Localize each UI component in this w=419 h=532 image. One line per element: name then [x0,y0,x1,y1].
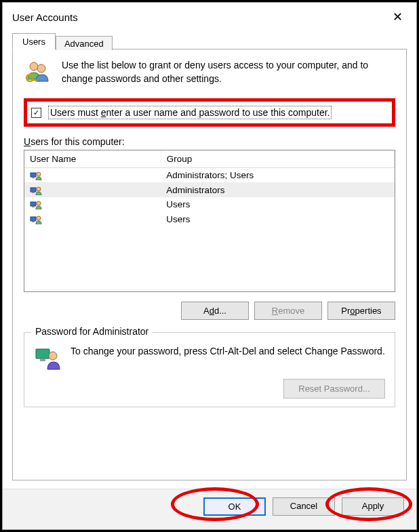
must-enter-password-checkbox[interactable]: ✓ [31,108,41,118]
user-accounts-window: User Accounts ✕ Users Advanced Use the l… [2,2,417,530]
svg-rect-13 [31,217,36,221]
svg-point-15 [37,216,41,220]
cell-group: Administrators; Users [161,168,394,183]
must-enter-password-row: ✓ Users must enter a user name and passw… [24,98,395,127]
intro-section: Use the list below to grant or deny user… [24,59,395,86]
password-help-text: To change your password, press Ctrl-Alt-… [71,345,385,372]
password-row: To change your password, press Ctrl-Alt-… [34,345,385,372]
users-table-wrap: User Name Group Administrators; Users Ad… [24,150,395,292]
svg-rect-8 [32,192,35,193]
add-button[interactable]: Add... [181,302,249,320]
cell-group: Administrators [161,182,394,197]
table-row[interactable]: Users [24,197,395,211]
svg-rect-17 [40,359,45,361]
tab-users[interactable]: Users [12,33,56,49]
svg-point-0 [30,62,38,70]
column-username[interactable]: User Name [24,150,161,168]
users-list-label: Users for this computer: [24,136,395,147]
svg-rect-3 [32,79,37,81]
intro-text: Use the list below to grant or deny user… [62,59,395,86]
user-row-icon [30,200,42,209]
svg-rect-10 [31,202,36,206]
cell-username [24,168,161,183]
svg-rect-7 [31,188,36,192]
cell-username [24,182,161,197]
titlebar: User Accounts ✕ [3,3,416,30]
reset-password-button: Reset Password... [283,379,385,398]
svg-rect-11 [32,206,35,207]
close-icon[interactable]: ✕ [388,9,407,24]
user-row-icon [30,171,42,180]
tab-advanced[interactable]: Advanced [56,36,113,50]
window-title: User Accounts [12,12,78,23]
password-groupbox: Password for Administrator To change you… [24,332,395,407]
table-row[interactable]: Administrators [24,182,395,197]
column-group[interactable]: Group [161,150,394,168]
table-row[interactable]: Administrators; Users [24,168,395,183]
apply-button[interactable]: Apply [342,497,404,516]
svg-point-18 [49,352,57,360]
svg-point-1 [37,64,45,73]
cell-group: Users [161,197,394,211]
table-row[interactable]: Users [24,211,395,226]
user-row-icon [30,186,42,195]
svg-point-6 [37,172,41,176]
svg-rect-16 [36,349,49,359]
ok-button[interactable]: OK [203,497,266,516]
svg-point-9 [37,187,41,191]
remove-button[interactable]: Remove [254,302,322,320]
dialog-footer: OK Cancel Apply [3,489,416,529]
password-group-title: Password for Administrator [31,326,153,337]
user-row-icon [30,215,42,224]
tab-content-users: Use the list below to grant or deny user… [12,49,407,480]
cell-username [24,197,161,211]
user-buttons-row: Add... Remove Properties [24,302,395,320]
users-table[interactable]: User Name Group Administrators; Users Ad… [24,150,395,226]
svg-rect-5 [32,177,35,178]
cell-group: Users [161,211,394,226]
tabs: Users Advanced [3,30,416,49]
users-keys-icon [24,59,51,86]
svg-point-12 [37,201,41,205]
must-enter-password-label: Users must enter a user name and passwor… [48,106,332,119]
cancel-button[interactable]: Cancel [273,497,335,516]
properties-button[interactable]: Properties [327,302,395,320]
user-monitor-icon [34,345,61,372]
cell-username [24,211,161,226]
svg-rect-4 [31,173,36,177]
svg-rect-14 [32,221,35,222]
